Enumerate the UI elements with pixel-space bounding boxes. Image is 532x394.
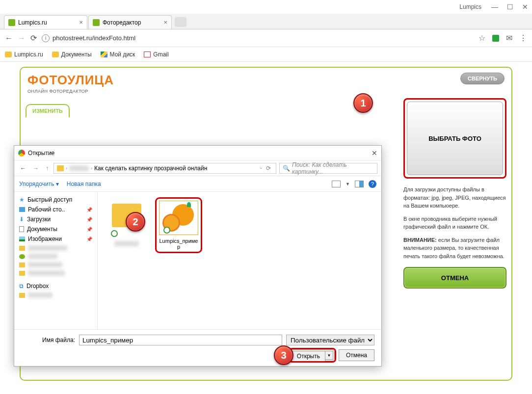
sidebar-desktop[interactable]: Рабочий сто..📌 [16,205,95,214]
cancel-button[interactable]: ОТМЕНА [403,267,506,289]
extension-icon[interactable] [492,35,499,42]
logo-title: ФОТОУЛИЦА [27,73,114,88]
path-field[interactable]: › › Как сделать картинку прозрачной онла… [53,163,276,174]
download-icon: ⬇ [19,216,24,223]
pin-icon: 📌 [86,236,92,242]
sidebar-downloads[interactable]: ⬇Загрузки📌 [16,214,95,224]
dialog-nav: ← → ↑ › › Как сделать картинку прозрачно… [14,160,381,176]
app-logo: ФОТОУЛИЦА ОНЛАЙН ФОТОРЕДАКТОР [27,73,114,94]
dialog-close-icon[interactable]: ✕ [372,149,377,157]
bookmark-lumpics[interactable]: Lumpics.ru [5,51,43,58]
tab-photoeditor[interactable]: Фоторедактор × [88,15,172,29]
star-icon: ★ [19,196,25,203]
menu-icon[interactable]: ⋮ [519,33,527,43]
bookmarks-bar: Lumpics.ru Документы Мой диск Gmail [0,47,532,62]
nav-up-icon[interactable]: ↑ [44,165,51,172]
url-field[interactable]: i photostreet.ru/indexFoto.html [42,34,474,42]
collapse-button[interactable]: СВЕРНУТЬ [460,73,505,84]
open-button[interactable]: Открыть [292,351,325,362]
star-icon[interactable]: ☆ [479,33,485,43]
reload-button[interactable]: ⟳ [30,33,37,43]
folder-icon [52,52,59,57]
window-titlebar: Lumpics — ☐ ✕ [0,0,532,14]
tab-label: Фоторедактор [103,19,141,26]
forward-button[interactable]: → [18,34,26,43]
maximize-icon[interactable]: ☐ [507,3,513,11]
hint-formats: Для загрузки доступны файлы в форматах: … [403,185,506,210]
folder-icon [19,246,25,251]
nav-forward-icon[interactable]: → [31,165,41,172]
chevron-down-icon[interactable]: ▼ [346,182,350,186]
file-label: Lumpics_пример [159,238,199,250]
sidebar-item-blurred[interactable] [16,261,95,269]
annotation-badge-2: 2 [126,212,145,232]
dialog-sidebar: ★Быстрый доступ Рабочий сто..📌 ⬇Загрузки… [14,192,98,329]
pin-icon: 📌 [86,227,92,232]
tab-close-icon[interactable]: × [163,19,167,26]
search-field[interactable]: 🔍 Поиск: Как сделать картинку... [279,163,377,174]
chevron-icon: › [91,166,92,171]
sidebar-item-blurred[interactable] [16,244,95,252]
drive-icon [101,52,107,57]
tab-lumpics[interactable]: Lumpics.ru × [4,15,87,29]
sidebar-item-blurred[interactable] [16,252,95,261]
site-info-icon[interactable]: i [42,34,50,42]
view-mode-button[interactable] [332,181,341,187]
close-icon[interactable]: ✕ [522,3,528,11]
new-tab-button[interactable] [175,17,186,27]
back-button[interactable]: ← [5,34,13,43]
mail-icon[interactable]: ✉ [506,33,512,43]
chrome-icon [18,150,25,157]
instructions-text: Для загрузки доступны файлы в форматах: … [403,185,506,260]
folder-icon [19,263,25,267]
gmail-icon [144,52,151,57]
path-segment-blurred [69,165,89,171]
preview-pane-button[interactable] [355,181,364,187]
sync-badge-icon [111,230,118,237]
path-segment: Как сделать картинку прозрачной онлайн [94,165,207,172]
sidebar-documents[interactable]: Документы📌 [16,224,95,234]
sidebar-item-blurred[interactable] [16,269,95,277]
file-item-selected[interactable]: Lumpics_пример [157,199,201,252]
url-text: photostreet.ru/indexFoto.html [53,34,135,42]
select-photo-button[interactable]: ВЫБРАТЬ ФОТО [407,102,503,175]
file-open-dialog: Открытие ✕ ← → ↑ › › Как сделать картинк… [14,145,382,367]
bookmark-documents[interactable]: Документы [52,51,92,58]
new-folder-button[interactable]: Новая папка [67,181,101,187]
bookmark-gmail[interactable]: Gmail [144,51,168,58]
chevron-icon: › [66,166,67,171]
annotation-badge-3: 3 [274,345,293,365]
sidebar-images[interactable]: Изображени📌 [16,234,95,244]
file-name-input[interactable] [79,335,282,345]
hint-warning: ВНИМАНИЕ: если Вы загрузите файл маленьк… [403,236,506,261]
open-dropdown-icon[interactable]: ▼ [325,351,333,360]
pin-icon: 📌 [86,217,92,222]
dialog-title: Открытие [28,150,54,157]
desktop-icon [19,207,25,212]
organize-button[interactable]: Упорядочить ▾ [19,181,59,187]
help-icon[interactable]: ? [369,180,376,188]
bookmark-drive[interactable]: Мой диск [101,51,135,58]
document-icon [19,226,24,232]
dialog-cancel-button[interactable]: Отмена [339,349,374,361]
file-label-blurred [114,241,139,246]
nav-back-icon[interactable]: ← [18,165,28,172]
sidebar-item-blurred[interactable] [16,291,95,299]
folder-icon [57,165,64,171]
browser-tabbar: Lumpics.ru × Фоторедактор × [0,14,532,29]
sidebar-quick-access[interactable]: ★Быстрый доступ [16,195,95,205]
logo-subtitle: ОНЛАЙН ФОТОРЕДАКТОР [27,89,114,94]
path-refresh-icon[interactable]: ⟳ [264,165,273,172]
hint-explorer: В окне проводника выберите нужный графич… [403,215,506,231]
search-placeholder: Поиск: Как сделать картинку... [292,161,374,175]
sidebar-dropbox[interactable]: ⧉Dropbox [16,281,95,291]
tab-close-icon[interactable]: × [79,19,83,26]
pin-icon: 📌 [86,207,92,212]
chevron-down-icon[interactable]: ⌄ [259,165,263,172]
file-type-select[interactable]: Пользовательские файлы [286,335,374,345]
sync-badge-icon [163,227,170,234]
change-tab[interactable]: ИЗМЕНИТЬ [26,104,70,118]
search-icon: 🔍 [283,165,290,172]
minimize-icon[interactable]: — [491,3,498,11]
image-icon [19,236,25,241]
